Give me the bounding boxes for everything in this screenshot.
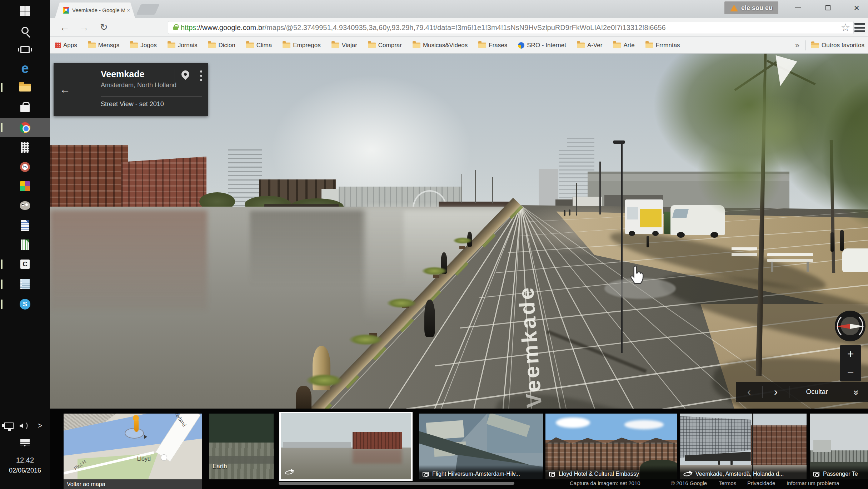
compass-control[interactable] — [835, 311, 865, 341]
navigation-bar: ← → ↻ https://www.google.com.br/maps/@52… — [50, 18, 868, 37]
street-lamp-pole — [576, 183, 577, 214]
date[interactable]: 02/06/2016 — [0, 467, 50, 474]
reload-button[interactable]: ↻ — [95, 18, 113, 37]
windows-taskbar: e ✂ C S > 12:42 02/06/2016 — [0, 0, 50, 489]
tab-close-icon[interactable]: × — [127, 7, 130, 13]
google-maps-favicon-icon — [63, 7, 69, 14]
report-problem-link[interactable]: Informar um problema — [787, 480, 839, 486]
folder-icon — [478, 43, 486, 48]
url-host: ://www.google.com.br — [196, 24, 264, 32]
thumbnail-passenger-terminal[interactable]: Passenger Te — [810, 414, 868, 479]
taskbar-item-photos[interactable] — [0, 177, 50, 196]
url-path: /maps/@52.3749951,4.9340935,3a,60y,93.29… — [265, 24, 666, 32]
minimize-button[interactable] — [787, 0, 809, 16]
bookmark-folder[interactable]: Mensgs — [88, 42, 120, 49]
thumbnail-current-pano-selected[interactable] — [279, 412, 413, 481]
taskbar-item-task-view[interactable] — [0, 40, 50, 59]
zoom-control: + − — [840, 345, 861, 381]
privacy-link[interactable]: Privacidade — [747, 480, 775, 486]
grass-tuft — [421, 267, 447, 275]
thumbnail-earth[interactable]: Earth — [209, 414, 274, 479]
next-thumbnails-button[interactable]: › — [763, 386, 789, 397]
start-button[interactable] — [0, 1, 50, 21]
taskbar-item-libreoffice-writer[interactable] — [0, 216, 50, 235]
close-button[interactable]: × — [845, 0, 868, 16]
thumbnail-lloyd-hotel[interactable]: Lloyd Hotel & Cultural Embassy — [545, 414, 677, 479]
collapse-double-chevron-icon[interactable]: » — [844, 386, 868, 397]
tray-network[interactable] — [1, 416, 17, 435]
bookmark-folder[interactable]: Jornais — [168, 42, 198, 49]
bookmark-folder[interactable]: Empregos — [283, 42, 320, 49]
taskbar-item-c-app[interactable]: C — [0, 255, 50, 274]
taskbar-item-chrome[interactable] — [0, 118, 50, 137]
taskbar-item-store[interactable] — [0, 99, 50, 118]
forward-button[interactable]: → — [75, 18, 93, 37]
thumbnail-veemkade[interactable]: Veemkade, Amsterdã, Holanda d... — [680, 414, 807, 479]
camera-icon — [813, 472, 819, 476]
taskbar-item-search[interactable] — [0, 21, 50, 40]
terms-link[interactable]: Termos — [719, 480, 736, 486]
taskbar-item-libreoffice-calc[interactable] — [0, 235, 50, 255]
location-subtitle: Amsterdam, North Holland — [101, 82, 208, 89]
tray-action-center[interactable] — [0, 433, 50, 453]
c-app-icon: C — [20, 260, 30, 269]
task-view-icon — [20, 46, 30, 53]
taskbar-item-edge[interactable]: e — [0, 59, 50, 78]
taskbar-item-snipping-tool[interactable]: ✂ — [0, 157, 50, 177]
new-tab-button[interactable] — [136, 4, 160, 15]
street-lamp-head — [613, 140, 625, 144]
prev-thumbnails-button[interactable]: ‹ — [736, 386, 762, 397]
calculator-icon — [21, 142, 29, 153]
url-address-bar[interactable]: https://www.google.com.br/maps/@52.37499… — [168, 21, 854, 34]
zoom-out-button[interactable]: − — [840, 363, 861, 381]
kebab-menu-icon[interactable] — [200, 70, 202, 83]
taskbar-item-file-explorer[interactable] — [0, 78, 50, 97]
bookmark-star-button[interactable]: ☆ — [838, 18, 853, 37]
thumbnail-back-to-map[interactable]: Lloyd Verbind Piet H Voltar ao mapa — [64, 414, 202, 489]
divider — [101, 96, 202, 97]
bookmark-folder[interactable]: Viajar — [331, 42, 357, 49]
taskbar-item-calculator[interactable] — [0, 138, 50, 157]
filmstrip-scrollbar[interactable] — [279, 482, 514, 485]
zoom-in-button[interactable]: + — [840, 345, 861, 363]
bookmark-folder[interactable]: Arte — [613, 42, 634, 49]
bookmark-folder[interactable]: Frrmntas — [645, 42, 680, 49]
pedestrian — [569, 209, 570, 216]
profile-badge[interactable]: ele sou eu — [724, 1, 778, 14]
tray-hidden-icons[interactable]: > — [33, 416, 47, 435]
taskbar-item-gimp[interactable] — [0, 196, 50, 215]
bookmark-sro[interactable]: SRO - Internet — [518, 42, 566, 49]
bookmark-folder[interactable]: Clima — [246, 42, 272, 49]
folder-icon — [368, 43, 376, 48]
pedestrian — [564, 210, 565, 216]
mini-map: Lloyd Verbind Piet H — [64, 414, 202, 479]
browser-tab[interactable]: Veemkade - Google Maps × — [55, 3, 135, 18]
bookmarks-overflow-chevron[interactable]: » — [795, 41, 799, 50]
bookmark-folder[interactable]: A-Ver — [577, 42, 603, 49]
restore-button[interactable] — [817, 0, 839, 16]
other-bookmarks-button[interactable]: Outros favoritos — [811, 42, 864, 49]
bookmark-folder[interactable]: Jogos — [130, 42, 156, 49]
brick-building — [121, 157, 206, 211]
network-icon — [4, 423, 14, 429]
lamp-post-shadow — [546, 330, 647, 373]
taskbar-item-skype[interactable]: S — [0, 295, 50, 314]
bookmark-folder[interactable]: Frases — [478, 42, 507, 49]
tray-volume[interactable] — [16, 416, 31, 435]
bookmark-apps[interactable]: Apps — [55, 42, 77, 49]
back-button[interactable]: ← — [54, 63, 76, 116]
taskbar-item-notepad[interactable] — [0, 275, 50, 294]
brick-building — [50, 145, 128, 210]
libreoffice-writer-icon — [21, 220, 29, 231]
thumbnail-flight[interactable]: Flight Hilversum-Amsterdam-Hilv... — [419, 414, 543, 479]
back-to-map-label[interactable]: Voltar ao mapa — [64, 479, 202, 489]
clock[interactable]: 12:42 — [0, 456, 50, 464]
bookmark-folder[interactable]: Dicion — [208, 42, 235, 49]
bookmark-folder[interactable]: Musicas&Videos — [413, 42, 468, 49]
back-button[interactable]: ← — [56, 18, 74, 37]
chrome-icon — [20, 122, 30, 133]
street-view-viewport[interactable]: Veemkade — [50, 54, 868, 489]
hide-filmstrip-button[interactable]: Ocultar — [789, 388, 844, 396]
chrome-menu-button[interactable] — [854, 23, 865, 32]
bookmark-folder[interactable]: Comprar — [368, 42, 402, 49]
